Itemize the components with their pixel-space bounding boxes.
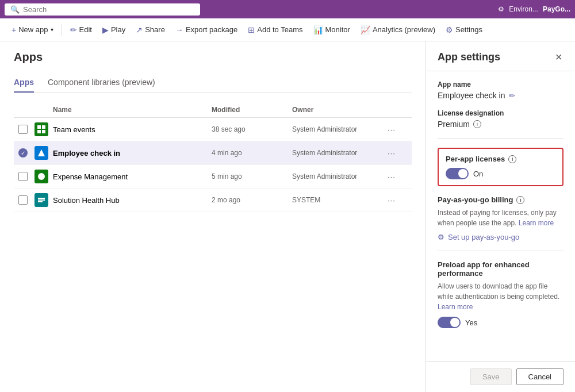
- org-label: PayGo...: [543, 5, 570, 13]
- app-modified: 5 min ago: [212, 172, 292, 180]
- more-options-button[interactable]: ···: [384, 148, 407, 159]
- app-owner: System Administrator: [292, 149, 384, 157]
- preload-description: Allow users to download the app file whi…: [438, 281, 564, 312]
- app-owner: System Administrator: [292, 172, 384, 180]
- edit-button[interactable]: ✏ Edit: [66, 23, 97, 37]
- save-button[interactable]: Save: [470, 368, 512, 385]
- app-name-field: App name Employee check in ✏: [438, 80, 564, 100]
- row-checkbox[interactable]: [18, 125, 28, 134]
- svg-marker-4: [38, 149, 45, 156]
- tabs-container: Apps Component libraries (preview): [14, 73, 412, 93]
- payg-label: Pay-as-you-go billing: [438, 195, 513, 204]
- per-app-toggle[interactable]: [446, 168, 469, 179]
- main-area: Apps Apps Component libraries (preview) …: [0, 41, 575, 392]
- payg-learn-more-link[interactable]: Learn more: [519, 219, 554, 227]
- link-icon: ⚙: [438, 233, 444, 241]
- app-owner: SYSTEM: [292, 196, 384, 204]
- app-name: Solution Health Hub: [53, 196, 212, 205]
- svg-rect-1: [42, 125, 45, 129]
- payg-info-icon[interactable]: i: [516, 196, 524, 204]
- monitor-icon: 📊: [313, 25, 323, 34]
- app-name: Expense Management: [53, 172, 212, 181]
- row-checkbox[interactable]: [18, 172, 28, 181]
- app-name: Employee check in: [53, 149, 212, 157]
- preload-section: Preload app for enhanced performance All…: [438, 260, 564, 328]
- toggle-knob: [458, 169, 467, 178]
- svg-point-5: [38, 173, 45, 180]
- settings-body: App name Employee check in ✏ License des…: [426, 71, 575, 361]
- preload-toggle-row: Yes: [438, 317, 564, 328]
- settings-header: App settings ✕: [426, 41, 575, 71]
- apps-table: Name Modified Owner Team events 38 sec a…: [14, 102, 412, 212]
- preload-toggle-label: Yes: [465, 318, 477, 327]
- app-modified: 4 min ago: [212, 149, 292, 157]
- table-row[interactable]: Expense Management 5 min ago System Admi…: [14, 165, 412, 189]
- divider-1: [438, 138, 564, 139]
- play-button[interactable]: ▶ Play: [98, 23, 130, 37]
- per-app-licenses-box: Per-app licenses i On: [438, 148, 564, 186]
- divider-2: [438, 251, 564, 251]
- payg-section: Pay-as-you-go billing i Instead of payin…: [438, 195, 564, 241]
- search-input[interactable]: [23, 5, 194, 14]
- new-app-button[interactable]: + New app ▾: [7, 23, 58, 37]
- cancel-button[interactable]: Cancel: [516, 368, 564, 385]
- svg-rect-7: [38, 199, 45, 201]
- monitor-button[interactable]: 📊 Monitor: [309, 23, 355, 37]
- preload-toggle[interactable]: [438, 317, 461, 328]
- app-icon: [34, 170, 48, 183]
- add-to-teams-button[interactable]: ⊞ Add to Teams: [243, 23, 307, 37]
- header-name: Name: [53, 106, 212, 114]
- export-button[interactable]: → Export package: [171, 23, 242, 37]
- share-icon: ↗: [136, 25, 143, 34]
- svg-rect-8: [38, 201, 43, 202]
- license-info-icon[interactable]: i: [473, 120, 481, 128]
- more-options-button[interactable]: ···: [384, 124, 407, 135]
- svg-rect-3: [42, 130, 45, 133]
- per-app-toggle-label: On: [473, 170, 483, 178]
- top-right-nav: ⚙ Environ... PayGo...: [498, 5, 570, 13]
- left-panel: Apps Apps Component libraries (preview) …: [0, 41, 425, 392]
- tab-apps[interactable]: Apps: [14, 73, 34, 93]
- payg-title-row: Pay-as-you-go billing i: [438, 195, 564, 204]
- app-name: Team events: [53, 125, 212, 134]
- row-checkbox[interactable]: [18, 195, 28, 205]
- search-icon: 🔍: [10, 5, 20, 14]
- table-row[interactable]: ✓ Employee check in 4 min ago System Adm…: [14, 141, 412, 165]
- top-bar: 🔍 ⚙ Environ... PayGo...: [0, 0, 575, 18]
- chevron-down-icon: ▾: [51, 26, 53, 33]
- app-icon: [34, 193, 48, 207]
- app-name-value: Employee check in ✏: [438, 91, 564, 100]
- share-button[interactable]: ↗ Share: [131, 23, 170, 37]
- more-options-button[interactable]: ···: [384, 195, 407, 206]
- analytics-button[interactable]: 📈 Analytics (preview): [356, 23, 440, 37]
- app-icon: [34, 146, 48, 160]
- plus-icon: +: [12, 25, 16, 34]
- license-value: Premium i: [438, 120, 564, 129]
- table-row[interactable]: Solution Health Hub 2 mo ago SYSTEM ···: [14, 189, 412, 212]
- per-app-info-icon[interactable]: i: [508, 155, 516, 163]
- setup-payg-link[interactable]: ⚙ Set up pay-as-you-go: [438, 233, 564, 241]
- tab-component-libraries[interactable]: Component libraries (preview): [48, 73, 155, 93]
- table-header: Name Modified Owner: [14, 102, 412, 118]
- preload-learn-more-link[interactable]: Learn more: [438, 303, 473, 311]
- app-owner: System Administrator: [292, 125, 384, 133]
- per-app-label: Per-app licenses i: [446, 155, 555, 163]
- settings-icon: ⚙: [446, 25, 453, 34]
- more-options-button[interactable]: ···: [384, 171, 407, 182]
- search-box[interactable]: 🔍: [5, 3, 200, 16]
- edit-app-name-icon[interactable]: ✏: [509, 91, 515, 100]
- export-icon: →: [175, 25, 183, 34]
- header-owner: Owner: [292, 106, 384, 114]
- settings-button[interactable]: ⚙ Settings: [441, 23, 487, 37]
- header-modified: Modified: [212, 106, 292, 114]
- preload-title: Preload app for enhanced performance: [438, 260, 564, 278]
- selected-indicator: ✓: [18, 148, 28, 157]
- close-button[interactable]: ✕: [554, 51, 564, 64]
- play-icon: ▶: [102, 25, 109, 34]
- edit-icon: ✏: [70, 25, 77, 34]
- toggle-knob: [450, 318, 459, 327]
- license-label: License designation: [438, 109, 564, 117]
- svg-rect-6: [38, 198, 45, 199]
- table-row[interactable]: Team events 38 sec ago System Administra…: [14, 118, 412, 141]
- page-title: Apps: [14, 51, 412, 64]
